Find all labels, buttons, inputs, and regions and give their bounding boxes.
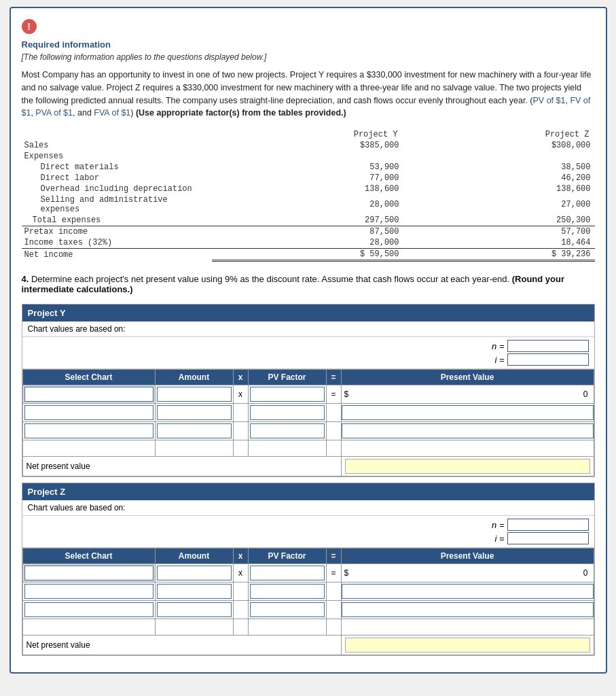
fva-link[interactable]: FVA of $1 (94, 108, 130, 118)
project-z-select-4 (22, 619, 155, 636)
project-y-section: Project Y Chart values are based on: n =… (22, 304, 595, 477)
project-z-amount-1[interactable] (155, 564, 233, 582)
selling-z: 27,000 (403, 194, 595, 215)
project-y-header-bar: Project Y (22, 304, 594, 321)
project-z-amount-input-2[interactable] (157, 584, 232, 599)
project-y-pval-input-1[interactable] (350, 387, 583, 402)
project-z-i-label: i = (494, 534, 504, 544)
project-y-select-3[interactable] (22, 422, 155, 440)
main-container: ! Required information [The following in… (10, 7, 607, 674)
project-z-col-eq: = (326, 549, 341, 564)
project-y-amount-input-3[interactable] (157, 423, 232, 438)
direct-labor-label: Direct labor (22, 173, 212, 184)
project-z-pvfactor-3[interactable] (248, 601, 326, 619)
project-z-select-input-2[interactable] (24, 584, 153, 599)
project-z-dollar-1: $ (344, 568, 349, 578)
project-y-amount-input-2[interactable] (157, 405, 232, 420)
project-y-pval-2[interactable] (341, 404, 594, 422)
project-y-amount-input-1[interactable] (157, 387, 232, 402)
project-z-i-input[interactable] (507, 532, 589, 544)
warning-icon: ! (22, 19, 37, 34)
project-z-amount-input-1[interactable] (157, 566, 232, 580)
project-z-select-input-1[interactable] (24, 566, 153, 580)
project-z-amount-2[interactable] (155, 582, 233, 601)
project-z-net-pv-cell[interactable] (341, 636, 594, 655)
project-z-x-3 (233, 601, 248, 619)
sales-y: $385,000 (212, 140, 403, 151)
project-y-amount-3[interactable] (155, 422, 233, 440)
selling-y: 28,000 (212, 194, 403, 215)
project-z-pvfactor-input-3[interactable] (250, 602, 325, 617)
project-y-net-pv-label: Net present value (22, 457, 341, 476)
project-z-pvfactor-1[interactable] (248, 564, 326, 582)
pv-link[interactable]: PV of $1 (532, 96, 565, 105)
project-y-i-line: i = (28, 353, 589, 366)
project-y-pval-4 (341, 440, 594, 457)
project-y-pval-input-3[interactable] (342, 423, 594, 438)
project-y-amount-1[interactable] (155, 385, 233, 404)
project-y-select-1[interactable] (22, 385, 155, 404)
direct-materials-y: 53,900 (212, 162, 403, 173)
project-y-pval-3[interactable] (341, 422, 594, 440)
project-z-pval-input-3[interactable] (342, 602, 594, 617)
project-y-pvfactor-input-1[interactable] (250, 387, 325, 402)
project-y-col-x: x (233, 370, 248, 385)
project-y-pvfactor-1[interactable] (248, 385, 326, 404)
project-z-amount-input-3[interactable] (157, 602, 232, 617)
project-y-x-2 (233, 404, 248, 422)
pretax-income-label: Pretax income (22, 226, 212, 238)
project-y-n-input[interactable] (507, 340, 589, 352)
total-expenses-label: Total expenses (22, 215, 212, 226)
project-z-select-input-3[interactable] (24, 602, 153, 617)
project-z-pval-2[interactable] (341, 582, 594, 601)
project-y-pvfactor-input-3[interactable] (250, 423, 325, 438)
project-z-row-3 (22, 601, 594, 619)
project-y-i-input[interactable] (507, 353, 589, 366)
project-y-row-3 (22, 422, 594, 440)
project-z-row-2 (22, 582, 594, 601)
required-info-subtitle: [The following information applies to th… (22, 52, 595, 62)
project-y-x-4 (233, 440, 248, 457)
project-z-col-amount: Amount (155, 549, 233, 564)
overhead-z: 138,600 (403, 184, 595, 194)
project-z-n-input[interactable] (507, 519, 589, 531)
project-z-amount-3[interactable] (155, 601, 233, 619)
selling-label: Selling and administrative expenses (22, 194, 212, 215)
project-y-select-input-1[interactable] (24, 387, 153, 402)
project-y-chart-label: Chart values are based on: (22, 321, 594, 337)
project-y-header: Project Y (212, 129, 403, 140)
project-z-pval-input-2[interactable] (342, 584, 594, 599)
project-y-npv-table: Select Chart Amount x PV Factor = Presen… (22, 369, 594, 476)
project-y-amount-2[interactable] (155, 404, 233, 422)
project-z-pvfactor-input-1[interactable] (250, 566, 325, 580)
project-y-pvfactor-3[interactable] (248, 422, 326, 440)
project-z-eq-3 (326, 601, 341, 619)
project-z-header: Project Z (403, 129, 595, 140)
sales-label: Sales (22, 140, 212, 151)
project-y-pval-input-2[interactable] (342, 405, 594, 420)
project-z-select-3[interactable] (22, 601, 155, 619)
project-y-select-input-2[interactable] (24, 405, 153, 420)
project-z-n-line: n = (28, 519, 589, 531)
project-z-select-2[interactable] (22, 582, 155, 601)
project-y-select-2[interactable] (22, 404, 155, 422)
project-z-col-select: Select Chart (22, 549, 155, 564)
project-z-pvfactor-2[interactable] (248, 582, 326, 601)
project-z-pval-input-1[interactable] (350, 566, 583, 580)
project-z-pvfactor-input-2[interactable] (250, 584, 325, 599)
project-z-net-pv-input[interactable] (345, 638, 590, 652)
round-instruction: (Round your intermediate calculations.) (22, 274, 564, 294)
project-y-pvfactor-input-2[interactable] (250, 405, 325, 420)
project-y-pvfactor-2[interactable] (248, 404, 326, 422)
project-y-net-pv-input[interactable] (345, 459, 590, 474)
project-y-n-label: n = (492, 341, 504, 351)
project-y-select-input-3[interactable] (24, 423, 153, 438)
project-z-pval-3[interactable] (341, 601, 594, 619)
net-income-z: $ 39,236 (403, 249, 595, 261)
project-z-select-1[interactable] (22, 564, 155, 582)
pva-link[interactable]: PVA of $1 (35, 108, 73, 118)
project-z-eq-2 (326, 582, 341, 601)
project-y-net-pv-cell[interactable] (341, 457, 594, 476)
project-z-section: Project Z Chart values are based on: n =… (22, 483, 595, 656)
project-y-row-1: x = $ 0 (22, 385, 594, 404)
